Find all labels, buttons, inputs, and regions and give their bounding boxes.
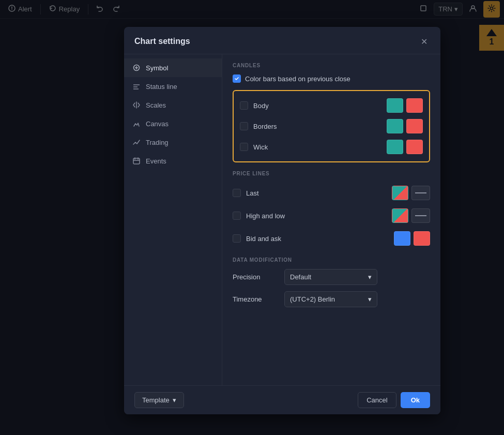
nav-status-line-label: Status line (146, 83, 177, 91)
borders-label: Borders (253, 123, 284, 130)
timezone-value: (UTC+2) Berlin (290, 295, 335, 303)
svg-rect-12 (133, 158, 140, 164)
high-low-color-swatch[interactable] (392, 208, 408, 223)
borders-row: Borders (240, 116, 423, 137)
precision-chevron-icon: ▾ (368, 273, 372, 281)
candles-color-grid: Body Borders (233, 90, 430, 162)
body-swatches (387, 98, 423, 113)
last-row: Last (233, 183, 430, 203)
high-low-line-style[interactable] (411, 208, 430, 223)
nav-trading-label: Trading (146, 139, 169, 146)
settings-content-area: CANDLES Color bars based on previous clo… (222, 54, 440, 385)
canvas-icon (132, 119, 141, 128)
nav-events-label: Events (146, 157, 166, 165)
wick-row: Wick (240, 137, 423, 157)
bid-ask-checkbox[interactable] (233, 234, 241, 243)
color-bars-checkbox[interactable] (233, 74, 241, 83)
dialog-title: Chart settings (134, 37, 190, 46)
timezone-select[interactable]: (UTC+2) Berlin ▾ (284, 291, 377, 307)
color-bars-row: Color bars based on previous close (233, 74, 430, 83)
dash-line-icon2 (415, 215, 426, 216)
dialog-body: Symbol Status line Scale (124, 54, 440, 385)
nav-canvas-label: Canvas (146, 120, 169, 128)
dialog-header: Chart settings ✕ (124, 27, 440, 54)
events-icon (132, 157, 141, 165)
body-checkbox[interactable] (240, 101, 248, 110)
bid-ask-swatches (394, 231, 430, 246)
wick-swatches (387, 140, 423, 154)
last-line-style[interactable] (411, 186, 430, 200)
bid-color-swatch[interactable] (394, 231, 410, 246)
template-button[interactable]: Template ▾ (134, 392, 184, 408)
nav-item-trading[interactable]: Trading (124, 133, 222, 152)
status-line-icon (132, 82, 141, 91)
body-swatch-red[interactable] (406, 98, 423, 113)
nav-item-canvas[interactable]: Canvas (124, 114, 222, 133)
body-row: Body (240, 95, 423, 116)
candles-section-label: CANDLES (233, 63, 430, 68)
borders-swatches (387, 119, 423, 133)
dialog-footer: Template ▾ Cancel Ok (124, 385, 440, 414)
trading-icon (132, 138, 141, 146)
high-low-swatches (392, 208, 430, 223)
last-swatches (392, 186, 430, 200)
template-label: Template (142, 396, 170, 404)
cancel-button[interactable]: Cancel (358, 392, 396, 408)
nav-symbol-label: Symbol (146, 64, 168, 72)
nav-item-symbol[interactable]: Symbol (124, 58, 222, 77)
bid-ask-label: Bid and ask (246, 235, 298, 243)
borders-checkbox[interactable] (240, 122, 248, 130)
last-color-swatch[interactable] (392, 186, 408, 200)
chart-settings-dialog: Chart settings ✕ Symbol (124, 27, 440, 414)
wick-label: Wick (253, 143, 284, 151)
timezone-label: Timezone (233, 295, 279, 303)
timezone-chevron-icon: ▾ (368, 295, 372, 303)
wick-swatch-green[interactable] (387, 140, 403, 154)
last-label: Last (246, 189, 298, 197)
template-chevron-icon: ▾ (173, 396, 176, 404)
wick-checkbox[interactable] (240, 143, 248, 151)
wick-swatch-red[interactable] (406, 140, 423, 154)
settings-nav-sidebar: Symbol Status line Scale (124, 54, 222, 385)
scales-icon (132, 101, 141, 109)
nav-scales-label: Scales (146, 101, 166, 109)
body-label: Body (253, 102, 284, 110)
last-checkbox[interactable] (233, 189, 241, 197)
symbol-icon (132, 64, 141, 72)
high-low-row: High and low (233, 205, 430, 226)
footer-actions: Cancel Ok (358, 392, 430, 408)
borders-swatch-green[interactable] (387, 119, 403, 133)
dash-line-icon (415, 192, 426, 193)
precision-value: Default (290, 273, 311, 281)
nav-item-status-line[interactable]: Status line (124, 77, 222, 96)
precision-select[interactable]: Default ▾ (284, 269, 377, 285)
data-mod-section-label: DATA MODIFICATION (233, 257, 430, 263)
body-swatch-green[interactable] (387, 98, 403, 113)
color-bars-label: Color bars based on previous close (245, 75, 350, 83)
price-lines-section-label: PRICE LINES (233, 171, 430, 176)
nav-item-events[interactable]: Events (124, 152, 222, 170)
nav-item-scales[interactable]: Scales (124, 96, 222, 114)
high-low-label: High and low (246, 212, 298, 220)
close-dialog-button[interactable]: ✕ (418, 35, 430, 48)
timezone-row: Timezone (UTC+2) Berlin ▾ (233, 291, 430, 307)
borders-swatch-red[interactable] (406, 119, 423, 133)
bid-ask-row: Bid and ask (233, 228, 430, 249)
high-low-checkbox[interactable] (233, 212, 241, 220)
ask-color-swatch[interactable] (414, 231, 430, 246)
precision-label: Precision (233, 273, 279, 281)
precision-row: Precision Default ▾ (233, 269, 430, 285)
ok-button[interactable]: Ok (401, 392, 430, 408)
